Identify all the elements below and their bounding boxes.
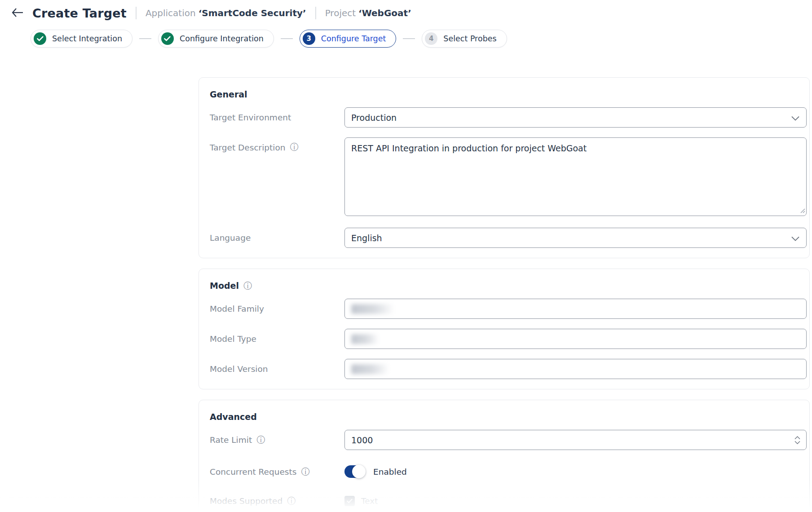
model-type-label: Model Type <box>210 334 256 344</box>
concurrent-requests-label: Concurrent Requests <box>210 467 296 477</box>
arrow-left-icon <box>11 8 24 19</box>
step-label: Configure Target <box>321 34 386 43</box>
step-label: Select Probes <box>443 34 496 43</box>
wizard-stepper: Select Integration Configure Integration… <box>31 30 812 48</box>
model-family-input[interactable] <box>344 299 807 319</box>
model-heading: Model <box>210 281 239 291</box>
page-header: Create Target Application‘SmartCode Secu… <box>0 0 812 26</box>
chevron-down-icon <box>791 113 799 123</box>
project-prefix: Project <box>325 8 356 18</box>
step-number: 4 <box>425 32 437 45</box>
info-icon[interactable]: ⓘ <box>301 468 309 476</box>
breadcrumb-divider <box>136 7 137 19</box>
model-section: Model ⓘ Model Family Model Type <box>199 269 810 389</box>
redacted-value <box>351 334 379 344</box>
language-value: English <box>351 233 382 243</box>
info-icon[interactable]: ⓘ <box>290 143 298 151</box>
concurrent-requests-status: Enabled <box>373 467 407 477</box>
step-configure-integration[interactable]: Configure Integration <box>158 30 274 48</box>
stepper-down-icon <box>794 441 800 444</box>
back-button[interactable] <box>10 5 25 21</box>
advanced-section: Advanced Rate Limit ⓘ Concurrent Request… <box>199 400 810 512</box>
target-description-label: Target Description <box>210 143 285 152</box>
target-description-textarea[interactable]: REST API Integration in production for p… <box>344 137 807 216</box>
step-select-integration[interactable]: Select Integration <box>31 30 132 48</box>
step-complete-check-icon <box>34 32 46 45</box>
page-title: Create Target <box>32 6 127 20</box>
step-connector <box>403 38 415 39</box>
chevron-down-icon <box>791 233 799 243</box>
concurrent-requests-toggle[interactable] <box>344 465 365 478</box>
mode-text-label: Text <box>361 496 378 506</box>
breadcrumb-divider <box>315 7 316 19</box>
number-stepper[interactable] <box>794 436 800 444</box>
language-label: Language <box>210 233 251 243</box>
target-environment-label: Target Environment <box>210 113 291 122</box>
info-icon[interactable]: ⓘ <box>243 282 252 290</box>
mode-text-checkbox[interactable] <box>344 496 355 506</box>
step-connector <box>281 38 293 39</box>
redacted-value <box>351 364 389 374</box>
toggle-knob <box>352 465 366 478</box>
target-environment-select[interactable]: Production <box>344 107 807 128</box>
step-label: Select Integration <box>52 34 122 43</box>
general-heading: General <box>210 89 247 99</box>
advanced-heading: Advanced <box>210 412 257 422</box>
step-configure-target[interactable]: 3 Configure Target <box>300 30 397 48</box>
target-environment-value: Production <box>351 113 397 123</box>
model-version-label: Model Version <box>210 364 268 374</box>
step-complete-check-icon <box>161 32 174 45</box>
info-icon[interactable]: ⓘ <box>256 436 265 444</box>
stepper-up-icon <box>794 436 800 439</box>
model-version-input[interactable] <box>344 359 807 379</box>
step-connector <box>139 38 151 39</box>
form-content: General Target Environment Production Ta… <box>0 48 812 512</box>
step-label: Configure Integration <box>180 34 264 43</box>
rate-limit-label: Rate Limit <box>210 435 252 445</box>
step-number: 3 <box>303 32 315 45</box>
project-name: ‘WebGoat’ <box>358 8 411 18</box>
modes-supported-label: Modes Supported <box>210 496 282 506</box>
step-select-probes[interactable]: 4 Select Probes <box>422 30 507 48</box>
redacted-value <box>351 304 394 314</box>
breadcrumb-application: Application‘SmartCode Security’ <box>146 8 306 18</box>
application-prefix: Application <box>146 8 196 18</box>
model-type-input[interactable] <box>344 329 807 349</box>
application-name: ‘SmartCode Security’ <box>199 8 306 18</box>
language-select[interactable]: English <box>344 228 807 248</box>
check-icon <box>347 497 353 505</box>
model-family-label: Model Family <box>210 304 264 313</box>
info-icon[interactable]: ⓘ <box>287 497 296 505</box>
general-section: General Target Environment Production Ta… <box>199 77 810 258</box>
breadcrumb-project: Project‘WebGoat’ <box>325 8 411 18</box>
rate-limit-input[interactable] <box>344 430 807 450</box>
